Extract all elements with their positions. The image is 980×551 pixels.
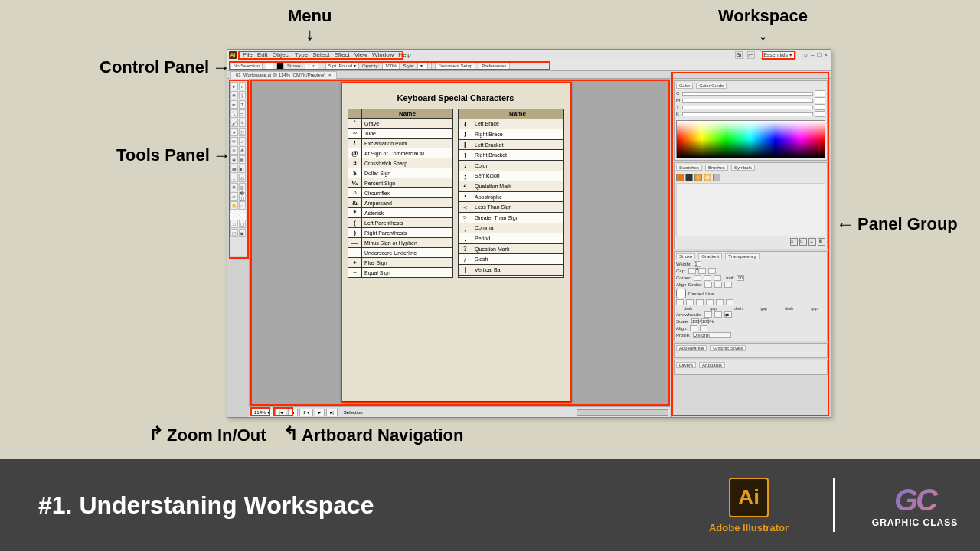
channel-slider[interactable] bbox=[682, 106, 813, 109]
color-spectrum[interactable] bbox=[676, 120, 825, 158]
artboard-tool-icon[interactable]: ▱ bbox=[230, 192, 238, 201]
cap-square-button[interactable] bbox=[708, 268, 716, 274]
symbols-list-area[interactable] bbox=[676, 183, 825, 236]
stroke-profile-select[interactable]: Uniform bbox=[693, 332, 731, 338]
tab-appearance[interactable]: Appearance bbox=[676, 345, 707, 351]
arrow-end-select[interactable]: — bbox=[714, 311, 722, 318]
tab-color-guide[interactable]: Color Guide bbox=[696, 83, 727, 89]
menu-object[interactable]: Object bbox=[273, 51, 290, 58]
menu-edit[interactable]: Edit bbox=[257, 51, 268, 58]
eraser-tool-icon[interactable]: ◫ bbox=[239, 128, 247, 136]
width-tool-icon[interactable]: ≋ bbox=[230, 146, 238, 155]
menu-help[interactable]: Help bbox=[398, 51, 410, 58]
arrow-scale-end-input[interactable]: 100% bbox=[701, 318, 709, 324]
hand-tool-icon[interactable]: ✋ bbox=[230, 201, 238, 210]
opacity-input[interactable]: 100% bbox=[382, 62, 400, 70]
symbol-swatch[interactable] bbox=[694, 174, 702, 181]
stroke-swatch[interactable] bbox=[276, 62, 284, 70]
channel-value-input[interactable] bbox=[815, 104, 825, 110]
close-tab-icon[interactable]: × bbox=[328, 73, 332, 77]
menu-file[interactable]: File bbox=[243, 51, 253, 58]
stroke-weight-input[interactable]: 1 pt bbox=[305, 62, 318, 70]
align-arrow-tip-button[interactable] bbox=[700, 325, 707, 331]
dash-1-input[interactable] bbox=[676, 299, 684, 305]
horizontal-scrollbar[interactable] bbox=[577, 409, 668, 416]
search-icon[interactable]: ⌕ bbox=[804, 51, 808, 58]
channel-slider[interactable] bbox=[682, 92, 813, 96]
channel-value-input[interactable] bbox=[815, 97, 825, 103]
stroke-weight-input[interactable]: 1 pt bbox=[694, 261, 701, 267]
preferences-button[interactable]: Preferences bbox=[479, 62, 509, 70]
align-inside-button[interactable] bbox=[714, 282, 722, 288]
slice-tool-icon[interactable]: �刀 bbox=[239, 192, 247, 201]
tab-artboards[interactable]: Artboards bbox=[699, 362, 725, 368]
zoom-tool-icon[interactable]: ⌕ bbox=[239, 201, 247, 210]
blob-brush-tool-icon[interactable]: ● bbox=[230, 128, 238, 136]
tab-swatches[interactable]: Swatches bbox=[676, 165, 702, 171]
cap-round-button[interactable] bbox=[698, 268, 706, 274]
dash-3-input[interactable] bbox=[716, 299, 724, 305]
draw-mode-behind-icon[interactable]: ◻ bbox=[239, 220, 247, 228]
draw-mode-normal-icon[interactable]: □ bbox=[230, 220, 238, 228]
gap-3-input[interactable] bbox=[726, 299, 733, 305]
symbol-swatch[interactable] bbox=[704, 174, 711, 181]
corner-miter-button[interactable] bbox=[694, 275, 701, 281]
canvas-viewport[interactable]: Keyboard Special Characters Name`Grave~T… bbox=[249, 79, 670, 406]
tab-symbols[interactable]: Symbols bbox=[731, 165, 755, 171]
symbol-sprayer-tool-icon[interactable]: ❋ bbox=[230, 183, 238, 191]
mesh-tool-icon[interactable]: ▩ bbox=[230, 165, 238, 173]
menu-effect[interactable]: Effect bbox=[334, 51, 349, 58]
rectangle-tool-icon[interactable]: ▭ bbox=[239, 109, 247, 118]
tab-layers[interactable]: Layers bbox=[676, 362, 696, 368]
miter-limit-input[interactable]: 10 bbox=[737, 275, 744, 281]
brush-select[interactable]: 5 pt. Round▾ bbox=[325, 62, 359, 70]
minimize-icon[interactable]: – bbox=[811, 51, 814, 58]
eyedropper-tool-icon[interactable]: ⤓ bbox=[230, 174, 238, 182]
channel-slider[interactable] bbox=[682, 112, 813, 116]
magic-wand-tool-icon[interactable]: ✽ bbox=[230, 91, 238, 99]
channel-slider[interactable] bbox=[682, 99, 813, 103]
align-center-button[interactable] bbox=[704, 282, 712, 288]
pen-tool-icon[interactable]: ✒ bbox=[230, 100, 238, 109]
tab-gradient[interactable]: Gradient bbox=[698, 253, 722, 259]
workspace-switcher[interactable]: Essentials ▾ bbox=[760, 51, 796, 59]
close-icon[interactable]: × bbox=[824, 51, 828, 58]
artboard-nav-select[interactable]: 1▾ bbox=[299, 409, 313, 416]
swap-arrows-button[interactable]: ⇄ bbox=[724, 311, 732, 318]
align-outside-button[interactable] bbox=[724, 282, 732, 288]
perspective-tool-icon[interactable]: ▦ bbox=[239, 155, 247, 164]
menu-type[interactable]: Type bbox=[295, 51, 308, 58]
document-setup-button[interactable]: Document Setup bbox=[435, 62, 475, 70]
maximize-icon[interactable]: □ bbox=[817, 51, 821, 58]
menu-select[interactable]: Select bbox=[312, 51, 329, 58]
zoom-level-select[interactable]: 114%▾ bbox=[250, 409, 273, 416]
cap-butt-button[interactable] bbox=[688, 268, 696, 274]
gradient-tool-icon[interactable]: ◧ bbox=[239, 165, 247, 173]
channel-value-input[interactable] bbox=[815, 90, 825, 96]
align-arrow-extend-button[interactable] bbox=[690, 325, 697, 331]
tab-stroke[interactable]: Stroke bbox=[676, 253, 695, 259]
change-screen-icon[interactable]: ▣ bbox=[239, 229, 247, 237]
artboard-nav-prev-button[interactable]: ◂ bbox=[288, 409, 298, 416]
tab-brushes[interactable]: Brushes bbox=[705, 165, 728, 171]
lasso-tool-icon[interactable]: ⟆ bbox=[239, 91, 247, 99]
bridge-icon[interactable]: Br bbox=[735, 51, 743, 59]
style-select[interactable]: ▾ bbox=[417, 62, 428, 70]
tab-color[interactable]: Color bbox=[676, 83, 693, 89]
free-transform-tool-icon[interactable]: ✥ bbox=[239, 146, 247, 155]
type-tool-icon[interactable]: T bbox=[239, 100, 247, 109]
delete-symbol-button[interactable]: 🗑 bbox=[818, 238, 825, 246]
artboard-nav-first-button[interactable]: |◂ bbox=[275, 409, 286, 416]
gap-2-input[interactable] bbox=[706, 299, 714, 305]
symbol-swatch[interactable] bbox=[713, 174, 720, 181]
corner-bevel-button[interactable] bbox=[714, 275, 721, 281]
break-link-button[interactable]: ⎌ bbox=[799, 238, 807, 246]
arrange-docs-icon[interactable]: ▭ bbox=[747, 51, 755, 59]
symbol-swatch[interactable] bbox=[685, 174, 693, 181]
selection-tool-icon[interactable]: ▸ bbox=[230, 82, 238, 90]
new-symbol-button[interactable]: ＋ bbox=[808, 238, 816, 246]
pencil-tool-icon[interactable]: ✎ bbox=[239, 119, 247, 127]
blend-tool-icon[interactable]: ◎ bbox=[239, 174, 247, 182]
corner-round-button[interactable] bbox=[704, 275, 711, 281]
channel-value-input[interactable] bbox=[815, 111, 825, 117]
